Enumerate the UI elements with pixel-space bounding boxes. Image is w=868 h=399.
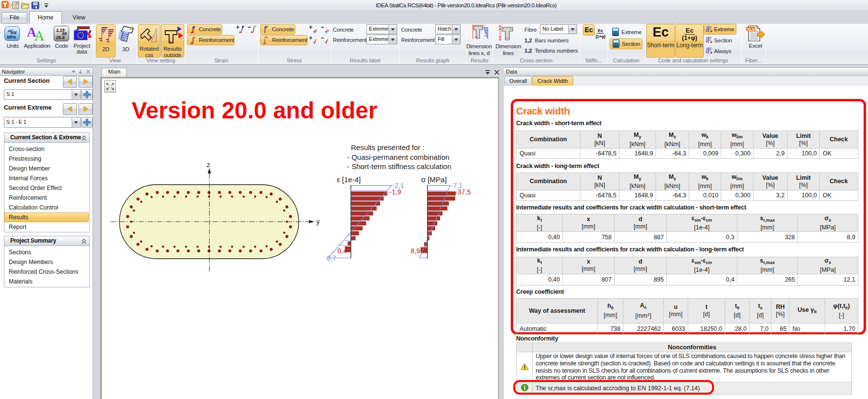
svg-text:+: + (236, 24, 240, 31)
svg-text:Results presented for :: Results presented for : (351, 143, 424, 152)
svg-text:p: p (314, 27, 317, 33)
svg-text:-1,9: -1,9 (389, 188, 401, 196)
svg-text:- Short-term stiffness calcula: - Short-term stiffness calculation (347, 162, 451, 171)
svg-text:f: f (314, 38, 317, 44)
svg-text:−: − (321, 35, 324, 41)
svg-text:ε [1e-4]: ε [1e-4] (337, 175, 361, 184)
svg-text:XLS: XLS (747, 27, 755, 32)
svg-text:0,4: 0,4 (338, 247, 347, 255)
svg-text:- Quasi-permanent combination: - Quasi-permanent combination (347, 153, 449, 161)
svg-text:y: y (316, 218, 320, 226)
svg-text:8,9: 8,9 (411, 247, 421, 255)
svg-text:−: − (321, 24, 324, 31)
svg-text:0,7: 0,7 (327, 254, 337, 262)
svg-text:Version 20.0 and older: Version 20.0 and older (132, 97, 377, 123)
svg-text:f: f (326, 38, 328, 44)
svg-text:25.8: 25.8 (56, 35, 65, 40)
svg-text:-37,5: -37,5 (455, 188, 471, 196)
svg-text:σ [MPa]: σ [MPa] (421, 175, 447, 184)
svg-text:z: z (207, 161, 210, 169)
svg-text:p: p (326, 27, 329, 33)
svg-text:+: + (309, 35, 312, 41)
svg-text:−: − (248, 24, 251, 31)
svg-text:MPa: MPa (7, 35, 16, 39)
svg-text:+: + (309, 24, 312, 31)
